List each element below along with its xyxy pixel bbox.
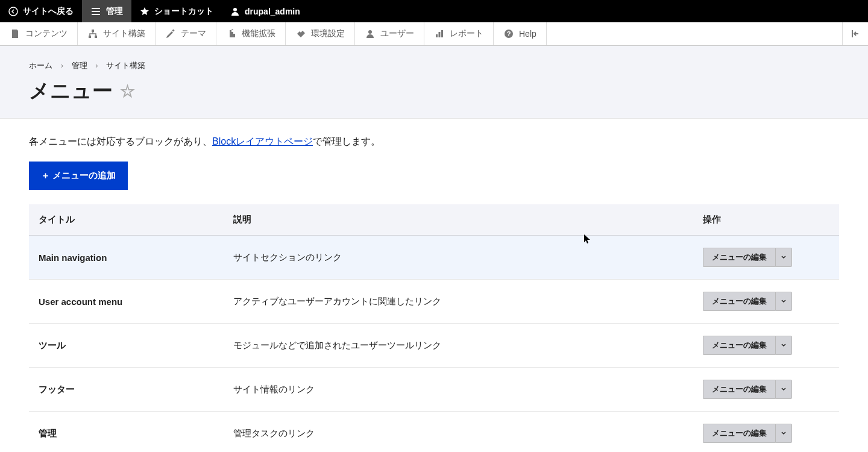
table-row: 管理管理タスクのリンクメニューの編集 [29, 412, 839, 453]
breadcrumb-sep: › [95, 61, 98, 70]
collapse-icon [850, 28, 861, 39]
back-to-site-label: サイトへ戻る [23, 6, 74, 17]
svg-rect-9 [441, 30, 443, 37]
svg-point-0 [9, 7, 17, 16]
nav-structure[interactable]: サイト構築 [78, 22, 156, 45]
dropbutton: メニューの編集 [703, 336, 792, 355]
nav-content[interactable]: コンテンツ [0, 22, 78, 45]
svg-rect-7 [436, 34, 438, 37]
block-layout-link[interactable]: Blockレイアウトページ [212, 136, 313, 146]
cell-title: フッター [29, 368, 224, 412]
intro-after: で管理します。 [313, 136, 380, 146]
menu-table: タイトル 説明 操作 Main navigationサイトセクションのリンクメニ… [29, 204, 839, 452]
edit-menu-button[interactable]: メニューの編集 [703, 424, 775, 443]
table-row: ツールモジュールなどで追加されたユーザーツールリンクメニューの編集 [29, 324, 839, 368]
svg-rect-8 [439, 32, 441, 37]
breadcrumb-home[interactable]: ホーム [29, 61, 52, 70]
menu-icon [90, 6, 101, 17]
chevron-down-icon [781, 386, 787, 392]
dropbutton: メニューの編集 [703, 380, 792, 399]
shortcut-star-icon[interactable]: ☆ [120, 81, 135, 101]
svg-rect-5 [172, 29, 174, 31]
cell-description: モジュールなどで追加されたユーザーツールリンク [224, 324, 694, 368]
shortcuts-toggle[interactable]: ショートカット [131, 0, 222, 22]
add-menu-label: メニューの追加 [52, 170, 116, 181]
svg-point-1 [233, 8, 237, 11]
chevron-down-icon [781, 254, 787, 260]
nav-help-label: Help [519, 29, 536, 39]
back-to-site[interactable]: サイトへ戻る [0, 0, 82, 22]
intro-text: 各メニューには対応するブロックがあり、Blockレイアウトページで管理します。 [29, 136, 839, 148]
cell-title: Main navigation [29, 236, 224, 280]
help-icon: ? [503, 28, 514, 39]
user-icon [230, 7, 240, 16]
structure-icon [87, 28, 98, 39]
nav-people-label: ユーザー [380, 28, 414, 39]
people-icon [365, 28, 376, 39]
chevron-down-icon [781, 430, 787, 436]
th-description: 説明 [224, 204, 694, 236]
back-icon [8, 7, 18, 16]
edit-menu-button[interactable]: メニューの編集 [703, 380, 775, 399]
user-toggle[interactable]: drupal_admin [222, 0, 309, 22]
nav-appearance[interactable]: テーマ [156, 22, 216, 45]
nav-help[interactable]: ? Help [494, 22, 547, 45]
cell-title: User account menu [29, 280, 224, 324]
chevron-down-icon [781, 298, 787, 304]
edit-menu-button[interactable]: メニューの編集 [703, 292, 775, 311]
svg-rect-2 [92, 30, 94, 32]
reports-icon [434, 28, 445, 39]
manage-label: 管理 [106, 6, 123, 17]
plus-icon: ＋ [41, 170, 50, 181]
content: 各メニューには対応するブロックがあり、Blockレイアウトページで管理します。 … [0, 119, 868, 452]
nav-appearance-label: テーマ [181, 28, 206, 39]
nav-extend[interactable]: 機能拡張 [216, 22, 286, 45]
dropbutton: メニューの編集 [703, 424, 792, 443]
cell-description: アクティブなユーザーアカウントに関連したリンク [224, 280, 694, 324]
chevron-down-icon [781, 342, 787, 348]
content-icon [10, 28, 20, 39]
cell-operations: メニューの編集 [693, 412, 839, 453]
cell-description: サイト情報のリンク [224, 368, 694, 412]
svg-text:?: ? [507, 30, 511, 37]
nav-people[interactable]: ユーザー [355, 22, 424, 45]
cell-operations: メニューの編集 [693, 324, 839, 368]
appearance-icon [165, 28, 176, 39]
dropbutton: メニューの編集 [703, 248, 792, 267]
toolbar-admin: コンテンツ サイト構築 テーマ 機能拡張 環境設定 ユーザー レポート [0, 22, 868, 46]
nav-content-label: コンテンツ [25, 28, 68, 39]
nav-extend-label: 機能拡張 [242, 28, 275, 39]
cell-title: 管理 [29, 412, 224, 453]
svg-rect-3 [89, 36, 91, 38]
svg-rect-4 [95, 36, 97, 38]
cell-description: 管理タスクのリンク [224, 412, 694, 453]
region-header: ホーム › 管理 › サイト構築 メニュー ☆ [0, 46, 868, 119]
edit-menu-button[interactable]: メニューの編集 [703, 336, 775, 355]
nav-configuration[interactable]: 環境設定 [286, 22, 355, 45]
dropbutton-toggle[interactable] [775, 424, 792, 443]
page-title-text: メニュー [29, 77, 113, 105]
nav-reports[interactable]: レポート [424, 22, 494, 45]
breadcrumb: ホーム › 管理 › サイト構築 [29, 60, 839, 71]
manage-toggle[interactable]: 管理 [82, 0, 131, 22]
toolbar-collapse[interactable] [842, 22, 868, 45]
dropbutton-toggle[interactable] [775, 336, 792, 355]
star-icon [140, 7, 149, 16]
shortcuts-label: ショートカット [154, 6, 213, 17]
breadcrumb-admin[interactable]: 管理 [72, 61, 87, 70]
breadcrumb-structure[interactable]: サイト構築 [106, 61, 145, 70]
th-operations: 操作 [693, 204, 839, 236]
add-menu-button[interactable]: ＋メニューの追加 [29, 162, 128, 190]
dropbutton-toggle[interactable] [775, 380, 792, 399]
edit-menu-button[interactable]: メニューの編集 [703, 248, 775, 267]
nav-configuration-label: 環境設定 [311, 28, 345, 39]
dropbutton-toggle[interactable] [775, 248, 792, 267]
toolbar-top: サイトへ戻る 管理 ショートカット drupal_admin [0, 0, 868, 22]
th-title: タイトル [29, 204, 224, 236]
dropbutton: メニューの編集 [703, 292, 792, 311]
menu-table-wrap: タイトル 説明 操作 Main navigationサイトセクションのリンクメニ… [29, 204, 839, 452]
svg-point-6 [368, 30, 372, 34]
cell-operations: メニューの編集 [693, 280, 839, 324]
page-title: メニュー ☆ [29, 77, 839, 105]
dropbutton-toggle[interactable] [775, 292, 792, 311]
